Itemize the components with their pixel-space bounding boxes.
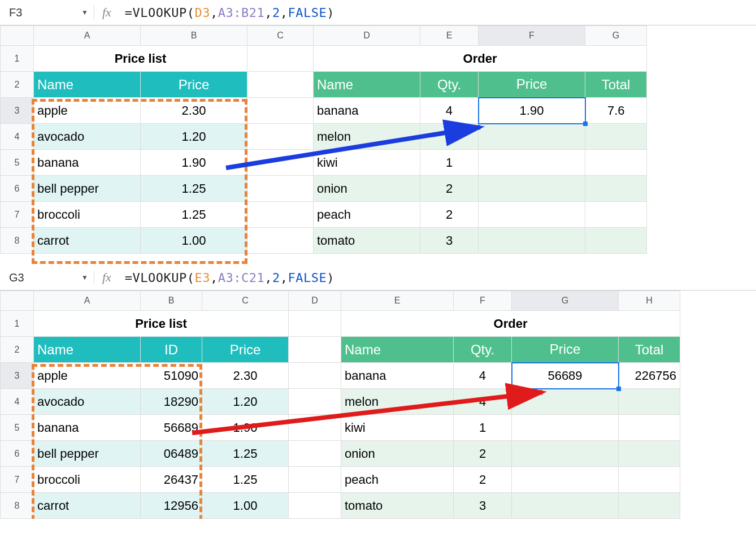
order-header-qty[interactable]: Qty.: [454, 337, 512, 363]
price-header-name[interactable]: Name: [34, 337, 141, 363]
cell-B8[interactable]: 12956: [141, 493, 202, 519]
grid[interactable]: A B C D E F G H 1 Price list Order 2 Nam…: [0, 290, 680, 519]
cell-E8[interactable]: 3: [420, 228, 479, 254]
cell[interactable]: [289, 311, 341, 337]
name-box[interactable]: G3: [5, 269, 81, 287]
row-header-3[interactable]: 3: [1, 98, 34, 124]
cell-G4[interactable]: [585, 124, 647, 150]
order-header-name[interactable]: Name: [341, 337, 454, 363]
row-header-4[interactable]: 4: [1, 124, 34, 150]
order-title[interactable]: Order: [341, 311, 680, 337]
price-header-name[interactable]: Name: [34, 72, 141, 98]
cell[interactable]: [247, 202, 314, 228]
cell-C3[interactable]: 2.30: [202, 363, 289, 389]
cell-A4[interactable]: avocado: [34, 389, 141, 415]
cell[interactable]: [585, 228, 647, 254]
row-header-7[interactable]: 7: [1, 467, 34, 493]
cell-B3[interactable]: 2.30: [141, 98, 247, 124]
cell[interactable]: [289, 337, 341, 363]
col-header-D[interactable]: D: [289, 291, 341, 311]
cell-E4[interactable]: melon: [341, 389, 454, 415]
cell[interactable]: [247, 46, 314, 72]
col-header-H[interactable]: H: [619, 291, 680, 311]
cell[interactable]: [247, 98, 314, 124]
cell[interactable]: [512, 389, 619, 415]
cell[interactable]: [289, 493, 341, 519]
cell-D7[interactable]: peach: [314, 202, 420, 228]
cell-B6[interactable]: 1.25: [141, 176, 247, 202]
cell[interactable]: [479, 150, 585, 176]
cell-C5[interactable]: 1.90: [202, 415, 289, 441]
col-header-D[interactable]: D: [314, 26, 420, 46]
row-header-2[interactable]: 2: [1, 72, 34, 98]
cell-F3-selected[interactable]: 1.90: [479, 98, 585, 124]
cell[interactable]: [512, 415, 619, 441]
row-header-6[interactable]: 6: [1, 176, 34, 202]
cell-E5[interactable]: kiwi: [341, 415, 454, 441]
formula-input[interactable]: =VLOOKUP(D3,A3:B21,2,FALSE): [119, 6, 334, 20]
cell-D6[interactable]: onion: [314, 176, 420, 202]
cell-A7[interactable]: broccoli: [34, 202, 141, 228]
cell-C7[interactable]: 1.25: [202, 467, 289, 493]
col-header-A[interactable]: A: [34, 26, 141, 46]
formula-input[interactable]: =VLOOKUP(E3,A3:C21,2,FALSE): [119, 271, 334, 285]
order-header-total[interactable]: Total: [585, 72, 647, 98]
cell-A5[interactable]: banana: [34, 150, 141, 176]
cell-E4[interactable]: 4: [420, 124, 479, 150]
col-header-E[interactable]: E: [420, 26, 479, 46]
row-header-6[interactable]: 6: [1, 441, 34, 467]
cell[interactable]: [479, 202, 585, 228]
cell-A7[interactable]: broccoli: [34, 467, 141, 493]
cell[interactable]: [512, 493, 619, 519]
price-header-price[interactable]: Price: [141, 72, 247, 98]
cell-D8[interactable]: tomato: [314, 228, 420, 254]
cell-E7[interactable]: 2: [420, 202, 479, 228]
row-header-7[interactable]: 7: [1, 202, 34, 228]
cell[interactable]: [479, 228, 585, 254]
chevron-down-icon[interactable]: ▼: [81, 8, 88, 16]
order-title[interactable]: Order: [314, 46, 647, 72]
cell[interactable]: [619, 493, 680, 519]
row-header-5[interactable]: 5: [1, 415, 34, 441]
cell[interactable]: [247, 176, 314, 202]
cell[interactable]: [289, 389, 341, 415]
cell-E3[interactable]: 4: [420, 98, 479, 124]
cell-D4[interactable]: melon: [314, 124, 420, 150]
row-header-1[interactable]: 1: [1, 46, 34, 72]
cell[interactable]: [619, 389, 680, 415]
cell-A3[interactable]: apple: [34, 98, 141, 124]
order-header-qty[interactable]: Qty.: [420, 72, 479, 98]
col-header-B[interactable]: B: [141, 26, 247, 46]
cell-F5[interactable]: 1: [454, 415, 512, 441]
name-box[interactable]: F3: [5, 4, 81, 21]
price-list-title[interactable]: Price list: [34, 46, 247, 72]
cell-A3[interactable]: apple: [34, 363, 141, 389]
cell-E5[interactable]: 1: [420, 150, 479, 176]
cell-E3[interactable]: banana: [341, 363, 454, 389]
cell-B7[interactable]: 26437: [141, 467, 202, 493]
cell[interactable]: [619, 441, 680, 467]
cell-B3[interactable]: 51090: [141, 363, 202, 389]
order-header-price[interactable]: Price: [512, 337, 619, 363]
cell-F7[interactable]: 2: [454, 467, 512, 493]
cell-B8[interactable]: 1.00: [141, 228, 247, 254]
cell[interactable]: [247, 124, 314, 150]
cell[interactable]: [247, 228, 314, 254]
row-header-2[interactable]: 2: [1, 337, 34, 363]
price-list-title[interactable]: Price list: [34, 311, 289, 337]
cell-C4[interactable]: 1.20: [202, 389, 289, 415]
row-header-1[interactable]: 1: [1, 311, 34, 337]
row-header-8[interactable]: 8: [1, 493, 34, 519]
cell[interactable]: [289, 467, 341, 493]
cell[interactable]: [585, 150, 647, 176]
row-header-3[interactable]: 3: [1, 363, 34, 389]
grid[interactable]: A B C D E F G 1 Price list Order 2 Name …: [0, 25, 647, 254]
cell[interactable]: [289, 441, 341, 467]
col-header-C[interactable]: C: [202, 291, 289, 311]
cell-A6[interactable]: bell pepper: [34, 441, 141, 467]
order-header-price[interactable]: Price: [479, 72, 585, 98]
col-header-E[interactable]: E: [341, 291, 454, 311]
col-header-C[interactable]: C: [247, 26, 314, 46]
cell-C8[interactable]: 1.00: [202, 493, 289, 519]
fx-icon[interactable]: fx: [94, 5, 119, 20]
